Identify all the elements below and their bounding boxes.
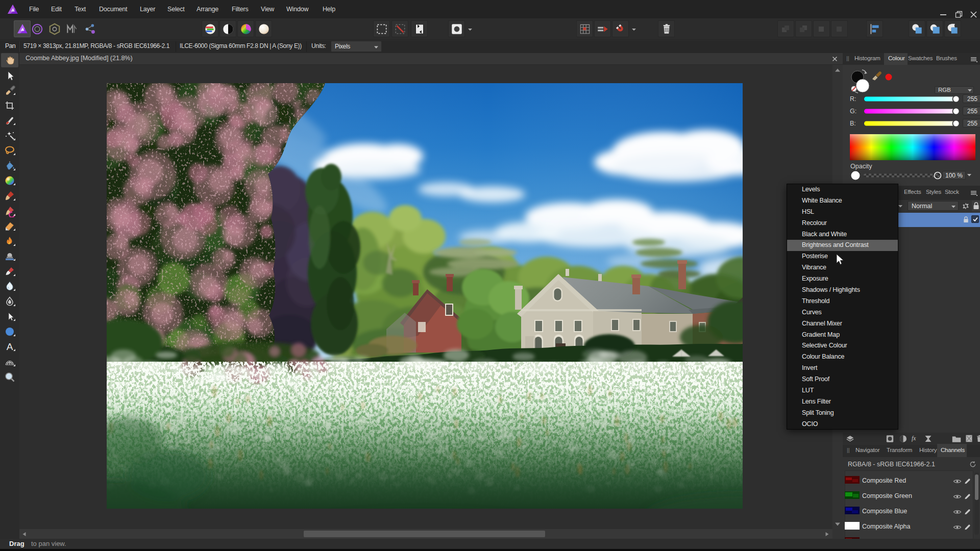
svg-text:fx: fx (912, 435, 916, 442)
svg-text:A: A (7, 341, 13, 352)
